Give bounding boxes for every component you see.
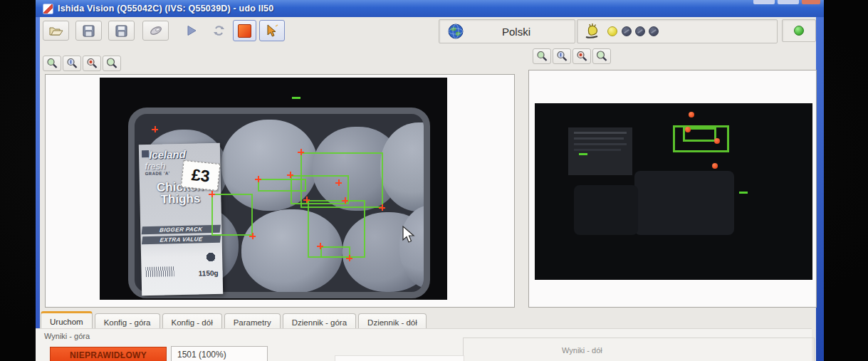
left-image-view[interactable]: Iceland fresh GRADE 'A' £3 Chicken Thigh… [45, 74, 515, 308]
marker-cross [379, 204, 385, 211]
zoom-out-icon [46, 58, 58, 69]
marker-cross [249, 233, 256, 239]
marker-dot [714, 138, 720, 144]
zoom-actual-icon [66, 58, 78, 69]
erase-button[interactable] [142, 21, 169, 41]
zoom-in-icon [86, 58, 98, 69]
window-border-right [816, 0, 824, 361]
system-led-panel [782, 19, 816, 42]
app-icon [43, 4, 53, 14]
led-off-1 [622, 26, 632, 36]
calibration-mark [292, 97, 300, 99]
marker-dot [689, 112, 694, 117]
refresh-icon [213, 25, 225, 36]
left-zoom-out-button[interactable] [43, 56, 61, 71]
marker-cross [346, 255, 352, 261]
title-bar[interactable]: Ishida Vision (Q55042C) (IVS: Q55039D) -… [36, 0, 824, 17]
left-zoom-fit-button[interactable] [103, 56, 121, 71]
marker-cross [303, 197, 310, 203]
zoom-fit-icon [106, 58, 117, 69]
label-weight: 1150g [199, 269, 219, 278]
right-zoom-fit-button[interactable] [592, 48, 611, 64]
faint-label-region [568, 127, 632, 175]
inspection-image-bottom [535, 103, 812, 280]
save-as-icon [115, 25, 127, 37]
label-brand: Iceland [149, 147, 217, 161]
save-icon [83, 25, 95, 37]
label-banner-2: EXTRA VALUE [142, 235, 221, 244]
zoom-out-icon [536, 51, 548, 62]
marker-cross [317, 243, 323, 249]
faint-region [574, 185, 638, 235]
save-as-button[interactable] [108, 21, 135, 41]
application-window: Ishida Vision (Q55042C) (IVS: Q55039D) -… [36, 0, 824, 361]
marker-cross [209, 191, 215, 197]
bottom-tab-strip: Uruchom Konfig - góra Konfig - dół Param… [41, 311, 427, 330]
stop-button[interactable] [233, 20, 256, 41]
tab-label: Parametry [234, 318, 271, 327]
results-bottom-groupbox: Wyniki - dół [463, 338, 815, 361]
led-off-3 [649, 26, 659, 36]
status-badge: NIEPRAWIDŁOWY [50, 347, 167, 361]
monitor-photo-background: Ishida Vision (Q55042C) (IVS: Q55039D) -… [0, 0, 868, 361]
right-zoom-actual-button[interactable] [553, 48, 571, 64]
eraser-icon [149, 25, 163, 36]
package-label: Iceland fresh GRADE 'A' £3 Chicken Thigh… [139, 143, 223, 295]
window-title: Ishida Vision (Q55042C) (IVS: Q55039D) -… [58, 4, 273, 14]
maximize-button[interactable] [778, 0, 799, 4]
faint-region [634, 171, 734, 235]
language-label: Polski [502, 26, 530, 38]
count-box: 1501 (100%) [171, 346, 268, 361]
open-folder-icon [49, 25, 63, 36]
led-green [794, 26, 804, 36]
alarm-hand-icon [583, 22, 602, 41]
calibration-mark [739, 192, 748, 194]
minimize-button[interactable] [753, 0, 775, 4]
left-zoom-actual-button[interactable] [63, 56, 81, 71]
marker-cross [335, 179, 342, 186]
inspection-image-top: Iceland fresh GRADE 'A' £3 Chicken Thigh… [100, 78, 447, 300]
save-button[interactable] [75, 21, 102, 41]
marker-dot [712, 163, 718, 169]
tab-label: Konfig - góra [104, 318, 151, 327]
open-button[interactable] [43, 21, 69, 41]
results-bottom-label: Wyniki - dół [562, 346, 602, 355]
led-off-2 [635, 26, 645, 36]
label-banner-1: BIGGER PACK [142, 225, 221, 234]
marker-cross [152, 126, 158, 132]
tab-label: Dziennik - góra [292, 318, 347, 327]
label-logo-block [142, 150, 149, 157]
loop-button[interactable] [206, 21, 231, 41]
right-zoom-out-button[interactable] [533, 48, 551, 64]
marker-dot [685, 127, 691, 132]
tab-label: Uruchom [50, 318, 83, 326]
close-button[interactable] [802, 0, 820, 4]
teach-hand-icon [265, 24, 279, 37]
zoom-actual-icon [556, 51, 568, 62]
tab-label: Dziennik - dół [367, 318, 417, 327]
zoom-in-icon [576, 51, 587, 62]
language-selector[interactable]: Polski [439, 19, 575, 43]
price-sticker: £3 [181, 160, 221, 191]
mouse-cursor [402, 226, 417, 244]
marker-cross [255, 176, 261, 182]
teach-button[interactable] [259, 20, 285, 41]
calibration-mark [579, 153, 587, 155]
right-image-view[interactable] [528, 70, 817, 308]
alarm-status-panel [577, 19, 778, 43]
left-zoom-in-button[interactable] [83, 56, 101, 71]
barcode [145, 266, 174, 277]
marker-cross [342, 197, 348, 204]
zoom-fit-icon [596, 51, 607, 62]
marker-cross [287, 172, 293, 178]
stop-square-icon [238, 24, 251, 38]
results-top-label: Wyniki - góra [44, 332, 90, 340]
marker-cross [298, 149, 304, 155]
label-roundel [205, 251, 216, 263]
run-button[interactable] [179, 21, 204, 41]
right-zoom-in-button[interactable] [572, 48, 591, 64]
tab-uruchom[interactable]: Uruchom [41, 311, 93, 330]
cutoff-panel [335, 355, 464, 361]
detection-box [211, 194, 253, 236]
led-yellow [607, 26, 617, 36]
